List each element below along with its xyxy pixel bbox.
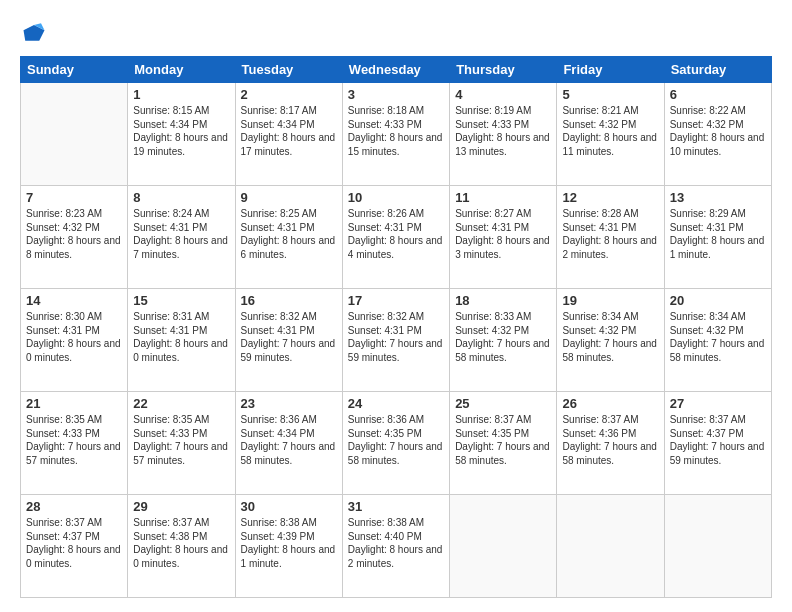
cell-info: Sunrise: 8:32 AM Sunset: 4:31 PM Dayligh… — [241, 310, 337, 364]
day-number: 23 — [241, 396, 337, 411]
logo-icon — [20, 18, 48, 46]
calendar-cell — [450, 495, 557, 598]
cell-info: Sunrise: 8:34 AM Sunset: 4:32 PM Dayligh… — [670, 310, 766, 364]
day-number: 18 — [455, 293, 551, 308]
calendar-cell: 18Sunrise: 8:33 AM Sunset: 4:32 PM Dayli… — [450, 289, 557, 392]
calendar-cell: 27Sunrise: 8:37 AM Sunset: 4:37 PM Dayli… — [664, 392, 771, 495]
cell-info: Sunrise: 8:36 AM Sunset: 4:34 PM Dayligh… — [241, 413, 337, 467]
calendar-cell: 15Sunrise: 8:31 AM Sunset: 4:31 PM Dayli… — [128, 289, 235, 392]
calendar-cell: 20Sunrise: 8:34 AM Sunset: 4:32 PM Dayli… — [664, 289, 771, 392]
day-header-monday: Monday — [128, 57, 235, 83]
cell-info: Sunrise: 8:37 AM Sunset: 4:35 PM Dayligh… — [455, 413, 551, 467]
cell-info: Sunrise: 8:38 AM Sunset: 4:40 PM Dayligh… — [348, 516, 444, 570]
day-number: 17 — [348, 293, 444, 308]
calendar-week-row: 1Sunrise: 8:15 AM Sunset: 4:34 PM Daylig… — [21, 83, 772, 186]
day-number: 11 — [455, 190, 551, 205]
cell-info: Sunrise: 8:37 AM Sunset: 4:37 PM Dayligh… — [26, 516, 122, 570]
day-number: 9 — [241, 190, 337, 205]
calendar-cell: 5Sunrise: 8:21 AM Sunset: 4:32 PM Daylig… — [557, 83, 664, 186]
day-header-wednesday: Wednesday — [342, 57, 449, 83]
cell-info: Sunrise: 8:36 AM Sunset: 4:35 PM Dayligh… — [348, 413, 444, 467]
day-number: 27 — [670, 396, 766, 411]
calendar-cell: 19Sunrise: 8:34 AM Sunset: 4:32 PM Dayli… — [557, 289, 664, 392]
day-number: 8 — [133, 190, 229, 205]
day-number: 3 — [348, 87, 444, 102]
day-number: 25 — [455, 396, 551, 411]
calendar-cell: 29Sunrise: 8:37 AM Sunset: 4:38 PM Dayli… — [128, 495, 235, 598]
calendar-cell: 2Sunrise: 8:17 AM Sunset: 4:34 PM Daylig… — [235, 83, 342, 186]
calendar-cell: 10Sunrise: 8:26 AM Sunset: 4:31 PM Dayli… — [342, 186, 449, 289]
day-number: 7 — [26, 190, 122, 205]
day-number: 13 — [670, 190, 766, 205]
cell-info: Sunrise: 8:18 AM Sunset: 4:33 PM Dayligh… — [348, 104, 444, 158]
cell-info: Sunrise: 8:26 AM Sunset: 4:31 PM Dayligh… — [348, 207, 444, 261]
day-header-thursday: Thursday — [450, 57, 557, 83]
day-number: 29 — [133, 499, 229, 514]
calendar-week-row: 7Sunrise: 8:23 AM Sunset: 4:32 PM Daylig… — [21, 186, 772, 289]
day-header-sunday: Sunday — [21, 57, 128, 83]
calendar-cell: 1Sunrise: 8:15 AM Sunset: 4:34 PM Daylig… — [128, 83, 235, 186]
cell-info: Sunrise: 8:37 AM Sunset: 4:38 PM Dayligh… — [133, 516, 229, 570]
calendar-cell: 11Sunrise: 8:27 AM Sunset: 4:31 PM Dayli… — [450, 186, 557, 289]
calendar-cell: 28Sunrise: 8:37 AM Sunset: 4:37 PM Dayli… — [21, 495, 128, 598]
day-number: 6 — [670, 87, 766, 102]
day-number: 5 — [562, 87, 658, 102]
calendar-cell: 7Sunrise: 8:23 AM Sunset: 4:32 PM Daylig… — [21, 186, 128, 289]
day-number: 10 — [348, 190, 444, 205]
calendar-week-row: 14Sunrise: 8:30 AM Sunset: 4:31 PM Dayli… — [21, 289, 772, 392]
calendar-cell: 14Sunrise: 8:30 AM Sunset: 4:31 PM Dayli… — [21, 289, 128, 392]
day-number: 20 — [670, 293, 766, 308]
cell-info: Sunrise: 8:31 AM Sunset: 4:31 PM Dayligh… — [133, 310, 229, 364]
header — [20, 18, 772, 46]
calendar-cell — [557, 495, 664, 598]
calendar-cell: 9Sunrise: 8:25 AM Sunset: 4:31 PM Daylig… — [235, 186, 342, 289]
calendar-cell: 12Sunrise: 8:28 AM Sunset: 4:31 PM Dayli… — [557, 186, 664, 289]
calendar-cell: 24Sunrise: 8:36 AM Sunset: 4:35 PM Dayli… — [342, 392, 449, 495]
day-number: 22 — [133, 396, 229, 411]
calendar-cell: 16Sunrise: 8:32 AM Sunset: 4:31 PM Dayli… — [235, 289, 342, 392]
cell-info: Sunrise: 8:27 AM Sunset: 4:31 PM Dayligh… — [455, 207, 551, 261]
day-number: 30 — [241, 499, 337, 514]
day-number: 2 — [241, 87, 337, 102]
cell-info: Sunrise: 8:19 AM Sunset: 4:33 PM Dayligh… — [455, 104, 551, 158]
cell-info: Sunrise: 8:24 AM Sunset: 4:31 PM Dayligh… — [133, 207, 229, 261]
cell-info: Sunrise: 8:32 AM Sunset: 4:31 PM Dayligh… — [348, 310, 444, 364]
day-number: 24 — [348, 396, 444, 411]
day-number: 12 — [562, 190, 658, 205]
day-number: 26 — [562, 396, 658, 411]
day-header-saturday: Saturday — [664, 57, 771, 83]
cell-info: Sunrise: 8:37 AM Sunset: 4:37 PM Dayligh… — [670, 413, 766, 467]
cell-info: Sunrise: 8:30 AM Sunset: 4:31 PM Dayligh… — [26, 310, 122, 364]
calendar-cell: 21Sunrise: 8:35 AM Sunset: 4:33 PM Dayli… — [21, 392, 128, 495]
cell-info: Sunrise: 8:35 AM Sunset: 4:33 PM Dayligh… — [133, 413, 229, 467]
day-header-friday: Friday — [557, 57, 664, 83]
calendar-cell — [664, 495, 771, 598]
cell-info: Sunrise: 8:23 AM Sunset: 4:32 PM Dayligh… — [26, 207, 122, 261]
calendar-cell: 22Sunrise: 8:35 AM Sunset: 4:33 PM Dayli… — [128, 392, 235, 495]
day-header-tuesday: Tuesday — [235, 57, 342, 83]
calendar-cell: 13Sunrise: 8:29 AM Sunset: 4:31 PM Dayli… — [664, 186, 771, 289]
calendar-cell: 8Sunrise: 8:24 AM Sunset: 4:31 PM Daylig… — [128, 186, 235, 289]
logo — [20, 18, 52, 46]
cell-info: Sunrise: 8:38 AM Sunset: 4:39 PM Dayligh… — [241, 516, 337, 570]
calendar-cell: 31Sunrise: 8:38 AM Sunset: 4:40 PM Dayli… — [342, 495, 449, 598]
cell-info: Sunrise: 8:34 AM Sunset: 4:32 PM Dayligh… — [562, 310, 658, 364]
calendar-cell: 23Sunrise: 8:36 AM Sunset: 4:34 PM Dayli… — [235, 392, 342, 495]
cell-info: Sunrise: 8:21 AM Sunset: 4:32 PM Dayligh… — [562, 104, 658, 158]
day-number: 1 — [133, 87, 229, 102]
day-number: 28 — [26, 499, 122, 514]
page: SundayMondayTuesdayWednesdayThursdayFrid… — [0, 0, 792, 612]
calendar-table: SundayMondayTuesdayWednesdayThursdayFrid… — [20, 56, 772, 598]
day-number: 4 — [455, 87, 551, 102]
calendar-cell: 17Sunrise: 8:32 AM Sunset: 4:31 PM Dayli… — [342, 289, 449, 392]
cell-info: Sunrise: 8:35 AM Sunset: 4:33 PM Dayligh… — [26, 413, 122, 467]
day-number: 19 — [562, 293, 658, 308]
calendar-cell — [21, 83, 128, 186]
calendar-header-row: SundayMondayTuesdayWednesdayThursdayFrid… — [21, 57, 772, 83]
cell-info: Sunrise: 8:15 AM Sunset: 4:34 PM Dayligh… — [133, 104, 229, 158]
day-number: 21 — [26, 396, 122, 411]
cell-info: Sunrise: 8:25 AM Sunset: 4:31 PM Dayligh… — [241, 207, 337, 261]
cell-info: Sunrise: 8:17 AM Sunset: 4:34 PM Dayligh… — [241, 104, 337, 158]
calendar-week-row: 21Sunrise: 8:35 AM Sunset: 4:33 PM Dayli… — [21, 392, 772, 495]
day-number: 31 — [348, 499, 444, 514]
